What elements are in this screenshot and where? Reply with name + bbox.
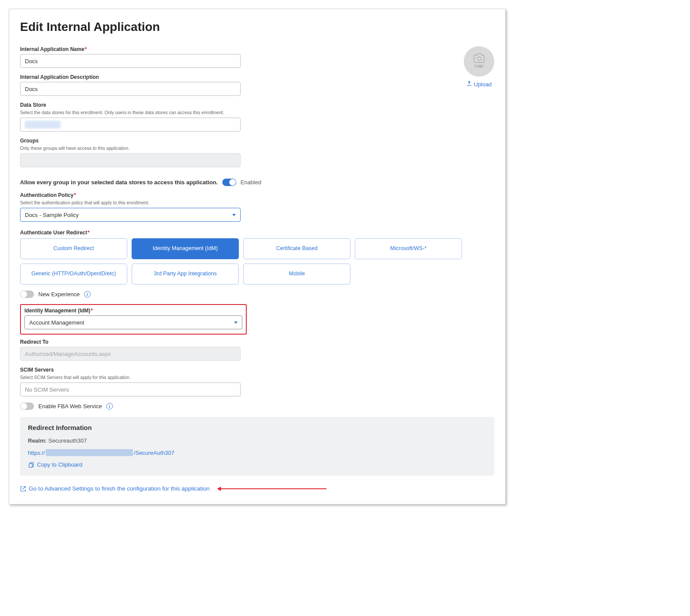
label-idm-text: Identity Management (IdM) bbox=[24, 308, 90, 314]
url-redacted bbox=[46, 449, 133, 456]
input-app-name-value: Docs bbox=[25, 58, 38, 64]
required-star: * bbox=[85, 46, 87, 52]
copy-clipboard-text: Copy to Clipboard bbox=[37, 461, 82, 468]
idm-highlight-box: Identity Management (IdM)* Account Manag… bbox=[20, 304, 247, 335]
chevron-down-icon bbox=[232, 214, 236, 216]
allow-all-state: Enabled bbox=[241, 179, 262, 186]
field-app-desc: Internal Application Description Docs bbox=[20, 74, 241, 96]
camera-icon bbox=[474, 55, 484, 63]
required-star: * bbox=[74, 192, 76, 198]
select-auth-policy[interactable]: Docs - Sample Policy bbox=[20, 208, 241, 222]
label-app-desc: Internal Application Description bbox=[20, 74, 241, 80]
tile-certificate[interactable]: Certificate Based bbox=[243, 238, 350, 259]
label-scim: SCIM Servers bbox=[20, 367, 241, 373]
redirect-info-title: Redirect Information bbox=[28, 424, 486, 431]
tile-idm[interactable]: Identity Management (IdM) bbox=[132, 238, 239, 259]
field-scim: SCIM Servers Select SCIM Servers that wi… bbox=[20, 367, 241, 396]
chevron-down-icon bbox=[234, 322, 238, 324]
input-scim-value: No SCIM Servers bbox=[25, 386, 69, 393]
realm-value: Secureauth307 bbox=[48, 437, 87, 444]
svg-rect-1 bbox=[29, 464, 33, 467]
clipboard-icon bbox=[28, 461, 34, 468]
allow-all-groups-row: Allow every group in your selected data … bbox=[20, 179, 494, 186]
allow-all-toggle[interactable] bbox=[222, 179, 236, 186]
label-redirect-to: Redirect To bbox=[20, 339, 241, 345]
input-app-name[interactable]: Docs bbox=[20, 54, 241, 68]
helper-groups: Only these groups will have access to th… bbox=[20, 146, 241, 151]
select-idm[interactable]: Account Management bbox=[24, 315, 242, 329]
input-redirect-to: Authorized/ManageAccounts.aspx bbox=[20, 347, 241, 361]
field-data-store: Data Store Select the data stores for th… bbox=[20, 102, 241, 132]
tile-mobile[interactable]: Mobile bbox=[243, 264, 350, 284]
select-auth-policy-value: Docs - Sample Policy bbox=[25, 212, 79, 218]
fba-label: Enable FBA Web Service bbox=[38, 403, 102, 410]
advanced-settings-row: Go to Advanced Settings to finish the co… bbox=[20, 485, 494, 492]
url-suffix: /SecureAuth307 bbox=[134, 450, 174, 456]
edit-application-page: Edit Internal Application Internal Appli… bbox=[9, 9, 506, 504]
data-store-redacted bbox=[25, 121, 61, 129]
field-groups: Groups Only these groups will have acces… bbox=[20, 138, 241, 167]
label-auth-policy: Authentication Policy* bbox=[20, 192, 241, 198]
label-app-name: Internal Application Name* bbox=[20, 46, 241, 52]
field-redirect-type: Authenticate User Redirect* Custom Redir… bbox=[20, 230, 494, 284]
copy-clipboard-button[interactable]: Copy to Clipboard bbox=[28, 461, 486, 468]
fba-toggle[interactable] bbox=[20, 403, 34, 410]
logo-placeholder-text: Logo bbox=[475, 64, 483, 68]
select-idm-value: Account Management bbox=[29, 319, 84, 326]
input-groups[interactable] bbox=[20, 153, 241, 167]
label-app-name-text: Internal Application Name bbox=[20, 46, 85, 52]
page-title: Edit Internal Application bbox=[20, 20, 494, 34]
upload-icon bbox=[466, 81, 472, 88]
helper-scim: Select SCIM Servers that will apply for … bbox=[20, 375, 241, 380]
realm-row: Realm: Secureauth307 bbox=[28, 437, 486, 444]
info-icon[interactable]: i bbox=[84, 291, 91, 298]
input-scim[interactable]: No SCIM Servers bbox=[20, 382, 241, 396]
required-star: * bbox=[91, 308, 93, 314]
field-app-name: Internal Application Name* Docs bbox=[20, 46, 241, 68]
new-experience-toggle[interactable] bbox=[20, 291, 34, 298]
logo-upload-panel: Logo Upload bbox=[464, 46, 494, 173]
field-auth-policy: Authentication Policy* Select the authen… bbox=[20, 192, 241, 222]
advanced-settings-link[interactable]: Go to Advanced Settings to finish the co… bbox=[20, 485, 210, 492]
upload-link[interactable]: Upload bbox=[466, 81, 492, 88]
input-app-desc-value: Docs bbox=[25, 86, 38, 92]
annotation-arrow bbox=[218, 488, 326, 489]
tile-3rd-party[interactable]: 3rd Party App Integrations bbox=[132, 264, 239, 284]
tile-microsoft-ws[interactable]: Microsoft/WS-* bbox=[355, 238, 462, 259]
new-experience-row: New Experience i bbox=[20, 291, 494, 298]
realm-key: Realm: bbox=[28, 437, 47, 444]
input-data-store[interactable] bbox=[20, 118, 241, 132]
info-icon[interactable]: i bbox=[106, 403, 113, 410]
advanced-settings-text: Go to Advanced Settings to finish the co… bbox=[29, 485, 210, 492]
field-redirect-to: Redirect To Authorized/ManageAccounts.as… bbox=[20, 339, 241, 361]
fba-row: Enable FBA Web Service i bbox=[20, 403, 494, 410]
helper-auth-policy: Select the authentication policy that wi… bbox=[20, 200, 241, 205]
label-data-store: Data Store bbox=[20, 102, 241, 108]
label-idm: Identity Management (IdM)* bbox=[24, 308, 242, 314]
upload-link-text: Upload bbox=[474, 81, 492, 88]
label-redirect-type: Authenticate User Redirect* bbox=[20, 230, 494, 236]
input-app-desc[interactable]: Docs bbox=[20, 82, 241, 96]
logo-placeholder: Logo bbox=[464, 46, 494, 77]
label-redirect-type-text: Authenticate User Redirect bbox=[20, 230, 87, 236]
required-star: * bbox=[88, 230, 90, 236]
redirect-type-grid: Custom Redirect Identity Management (IdM… bbox=[20, 238, 465, 284]
helper-data-store: Select the data stores for this enrollme… bbox=[20, 110, 241, 115]
input-redirect-to-value: Authorized/ManageAccounts.aspx bbox=[25, 351, 111, 357]
tile-custom-redirect[interactable]: Custom Redirect bbox=[20, 238, 127, 259]
label-auth-policy-text: Authentication Policy bbox=[20, 192, 74, 198]
redirect-info-panel: Redirect Information Realm: Secureauth30… bbox=[20, 417, 494, 476]
exit-icon bbox=[20, 486, 26, 492]
allow-all-label: Allow every group in your selected data … bbox=[20, 179, 218, 186]
new-experience-label: New Experience bbox=[38, 291, 80, 298]
label-groups: Groups bbox=[20, 138, 241, 144]
redirect-url-row: https:// /SecureAuth307 bbox=[28, 449, 486, 456]
tile-generic[interactable]: Generic (HTTP/OAuth/OpenID/etc) bbox=[20, 264, 127, 284]
url-prefix: https:// bbox=[28, 450, 45, 456]
